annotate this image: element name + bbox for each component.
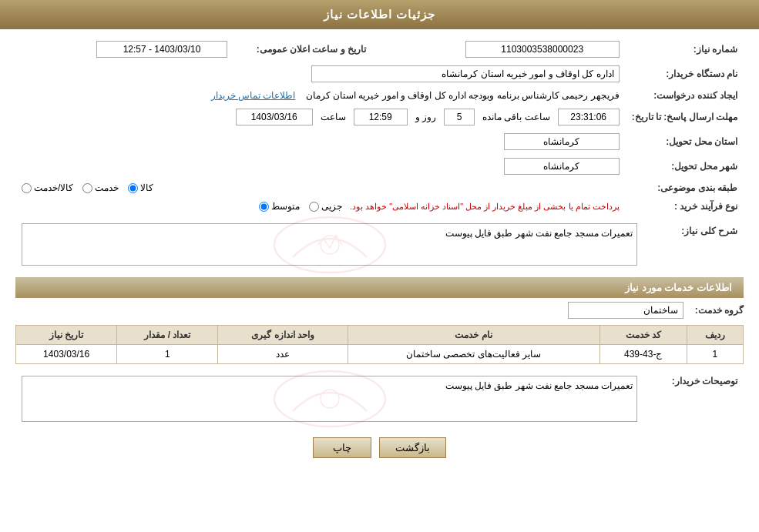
- tarikh-input: 1403/03/16: [236, 109, 313, 125]
- row-tabaqe: طبقه بندی موضوعی: کالا/خدمت خدمت کالا: [15, 179, 744, 197]
- sharh-label: شرح کلی نیاز:: [643, 219, 744, 269]
- sharh-table: شرح کلی نیاز: تعمیرات مسجد جامع: [15, 219, 744, 269]
- cell-radif: 1: [687, 345, 743, 364]
- farayand-container: متوسط جزیی پرداخت تمام یا بخشی از مبلغ خ…: [22, 201, 620, 212]
- table-row: 1ج-43-439سایر فعالیت‌های تخصصی ساختمانعد…: [16, 345, 744, 364]
- ettelaat-link[interactable]: اطلاعات تماس خریدار: [211, 90, 296, 101]
- print-button[interactable]: چاپ: [313, 437, 371, 458]
- watermark2: [268, 368, 391, 430]
- farayand-radio-group: متوسط جزیی: [259, 201, 342, 212]
- cell-tedad: 1: [117, 345, 218, 364]
- service-table-head: ردیف کد خدمت نام خدمت واحد اندازه گیری ت…: [16, 326, 744, 345]
- shahr-value: کرمانشاه: [15, 154, 626, 179]
- goroh-value: ساختمان: [568, 302, 683, 319]
- tabaqe-kala-label: کالا: [140, 182, 153, 193]
- tabaqe-khedmat: خدمت: [82, 182, 119, 193]
- row-farayand: نوع فرآیند خرید : متوسط جزیی: [15, 197, 744, 216]
- row-shomara: شماره نیاز: 1103003538000023 تاریخ و ساع…: [15, 37, 744, 62]
- tosif-text: تعمیرات مسجد جامع نفت شهر طبق فایل پیوست: [445, 380, 633, 391]
- cell-name: سایر فعالیت‌های تخصصی ساختمان: [348, 345, 599, 364]
- ostan-label: استان محل تحویل:: [626, 129, 744, 154]
- shahr-input: کرمانشاه: [504, 158, 620, 175]
- elan-label: تاریخ و ساعت اعلان عمومی:: [233, 37, 372, 62]
- daststgah-value: اداره کل اوقاف و امور خیریه استان کرمانش…: [15, 62, 626, 86]
- service-header-row: ردیف کد خدمت نام خدمت واحد اندازه گیری ت…: [16, 326, 744, 345]
- mohlet-label: مهلت ارسال پاسخ: تا تاریخ:: [626, 105, 744, 129]
- row-ostan: استان محل تحویل: کرمانشاه: [15, 129, 744, 154]
- button-container: بازگشت چاپ: [15, 437, 744, 458]
- tabaqe-label: طبقه بندی موضوعی:: [626, 179, 744, 197]
- roz-label: روز و: [415, 112, 436, 122]
- tabaqe-kala-radio[interactable]: [128, 183, 138, 193]
- mande-label: ساعت باقی مانده: [482, 112, 550, 122]
- page-title: جزئیات اطلاعات نیاز: [324, 8, 435, 21]
- tabaqe-radios: کالا/خدمت خدمت کالا: [15, 179, 626, 197]
- farayand-notice: پرداخت تمام یا بخشی از مبلغ خریدار از مح…: [350, 202, 620, 212]
- row-daststgah: نام دستگاه خریدار: اداره کل اوقاف و امور…: [15, 62, 744, 86]
- cell-vahed: عدد: [218, 345, 348, 364]
- elan-value: 1403/03/10 - 12:57: [15, 37, 233, 62]
- row-sharh: شرح کلی نیاز: تعمیرات مسجد جامع: [15, 219, 744, 269]
- tabaqe-khedmat-label: خدمت: [95, 182, 119, 193]
- shomara-input: 1103003538000023: [465, 41, 620, 58]
- farayand-motavset-label: متوسط: [271, 201, 300, 212]
- col-tedad: تعداد / مقدار: [117, 326, 218, 345]
- col-kod: کد خدمت: [599, 326, 687, 345]
- tosif-container: تعمیرات مسجد جامع نفت شهر طبق فایل پیوست: [22, 376, 637, 422]
- farayand-label: نوع فرآیند خرید :: [626, 197, 744, 216]
- farayand-jozii: جزیی: [309, 201, 342, 212]
- roz-input: 5: [444, 109, 475, 125]
- sharh-value: تعمیرات مسجد جامع نفت شهر طبق فایل پیوست: [15, 219, 643, 269]
- farayand-motavset: متوسط: [259, 201, 300, 212]
- tabaqe-khadamat: کالا/خدمت: [22, 182, 73, 193]
- svg-point-0: [274, 217, 385, 273]
- row-tosif: توصیحات خریدار: تعمیرات مسجد جامع نفت شه…: [15, 372, 744, 426]
- ejad-text: فریجهر رحیمی کارشناس برنامه وبودجه اداره…: [306, 90, 620, 101]
- service-section-title: اطلاعات خدمات مورد نیاز: [15, 277, 744, 298]
- daststgah-input: اداره کل اوقاف و امور خیریه استان کرمانش…: [311, 65, 620, 82]
- saat-label: ساعت: [321, 112, 346, 122]
- tabaqe-radio-group: کالا/خدمت خدمت کالا: [22, 182, 620, 193]
- saat-input: 12:59: [354, 109, 408, 125]
- tabaqe-kala: کالا: [128, 182, 153, 193]
- col-name: نام خدمت: [348, 326, 599, 345]
- watermark-svg: [268, 214, 391, 276]
- cell-tarikh: 1403/03/16: [16, 345, 117, 364]
- row-mohlet: مهلت ارسال پاسخ: تا تاریخ: 1403/03/16 سا…: [15, 105, 744, 129]
- tosif-label: توصیحات خریدار:: [643, 372, 744, 426]
- farayand-jozii-label: جزیی: [321, 201, 342, 212]
- col-vahed: واحد اندازه گیری: [218, 326, 348, 345]
- info-table: شماره نیاز: 1103003538000023 تاریخ و ساع…: [15, 37, 744, 216]
- daststgah-label: نام دستگاه خریدار:: [626, 62, 744, 86]
- col-tarikh: تاریخ نیاز: [16, 326, 117, 345]
- tabaqe-kala-khadamat-radio[interactable]: [22, 183, 32, 193]
- shahr-label: شهر محل تحویل:: [626, 154, 744, 179]
- elan-input: 1403/03/10 - 12:57: [96, 41, 227, 58]
- cell-kod: ج-43-439: [599, 345, 687, 364]
- ejad-label: ایجاد کننده درخواست:: [626, 86, 744, 105]
- row-ejad: ایجاد کننده درخواست: فریجهر رحیمی کارشنا…: [15, 86, 744, 105]
- svg-point-3: [321, 390, 339, 408]
- tosif-table: توصیحات خریدار: تعمیرات مسجد جامع نفت شه…: [15, 372, 744, 426]
- service-table-body: 1ج-43-439سایر فعالیت‌های تخصصی ساختمانعد…: [16, 345, 744, 364]
- farayand-jozii-radio[interactable]: [309, 202, 319, 212]
- shomara-label: شماره نیاز:: [626, 37, 744, 62]
- tabaqe-khedmat-radio[interactable]: [82, 183, 92, 193]
- ostan-input: کرمانشاه: [504, 133, 620, 150]
- mande-input: 23:31:06: [558, 109, 620, 125]
- farayand-motavset-radio[interactable]: [259, 202, 269, 212]
- back-button[interactable]: بازگشت: [379, 437, 446, 458]
- content-area: شماره نیاز: 1103003538000023 تاریخ و ساع…: [0, 29, 759, 466]
- tosif-value: تعمیرات مسجد جامع نفت شهر طبق فایل پیوست: [15, 372, 643, 426]
- sharh-text: تعمیرات مسجد جامع نفت شهر طبق فایل پیوست: [445, 228, 633, 239]
- service-table: ردیف کد خدمت نام خدمت واحد اندازه گیری ت…: [15, 325, 744, 364]
- tabaqe-khadamat-label: کالا/خدمت: [34, 182, 73, 193]
- mohlet-value: 1403/03/16 ساعت 12:59 روز و 5 ساعت باقی …: [15, 105, 626, 129]
- page-header: جزئیات اطلاعات نیاز: [0, 0, 759, 29]
- col-radif: ردیف: [687, 326, 743, 345]
- row-shahr: شهر محل تحویل: کرمانشاه: [15, 154, 744, 179]
- goroh-row: گروه خدمت: ساختمان: [15, 302, 744, 319]
- goroh-label: گروه خدمت:: [695, 305, 744, 316]
- ejad-value: فریجهر رحیمی کارشناس برنامه وبودجه اداره…: [15, 86, 626, 105]
- watermark2-svg: [268, 368, 391, 430]
